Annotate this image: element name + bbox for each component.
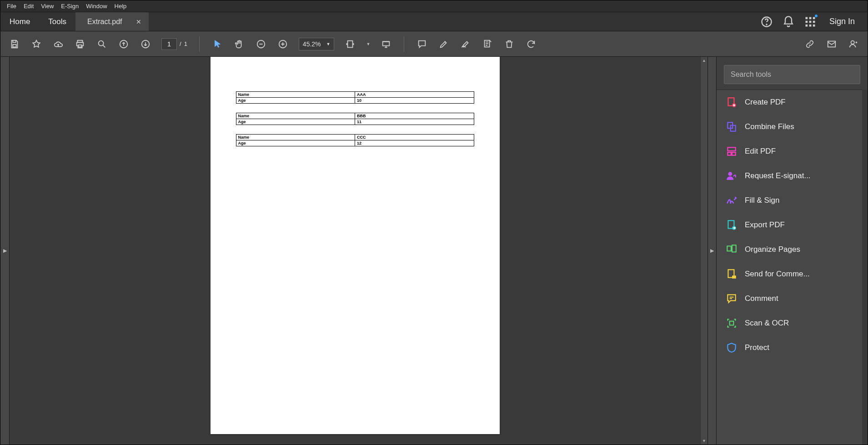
rotate-icon[interactable] [525, 38, 537, 50]
apps-grid-icon[interactable] [804, 15, 817, 28]
tool-label: Send for Comme... [745, 270, 810, 279]
scroll-down-icon[interactable]: ▼ [701, 437, 707, 445]
svg-point-31 [728, 172, 732, 176]
help-icon[interactable] [760, 15, 773, 28]
delete-icon[interactable] [503, 38, 515, 50]
print-icon[interactable] [74, 38, 86, 50]
scroll-up-icon[interactable]: ▲ [701, 57, 707, 64]
cell: Age [236, 140, 355, 146]
sign-icon[interactable] [460, 38, 472, 50]
cell: 11 [355, 119, 474, 125]
svg-rect-28 [728, 147, 735, 151]
tool-edit-pdf[interactable]: Edit PDF [717, 139, 862, 164]
notifications-icon[interactable] [782, 15, 795, 28]
zoom-level-dropdown[interactable]: 45.2% ▼ [299, 38, 335, 50]
svg-rect-29 [728, 152, 731, 155]
tab-document[interactable]: Extract.pdf ✕ [75, 12, 148, 31]
read-mode-icon[interactable] [380, 38, 392, 50]
tab-tools[interactable]: Tools [39, 12, 75, 31]
sign-in-button[interactable]: Sign In [826, 17, 858, 26]
share-people-icon[interactable] [848, 38, 859, 50]
menu-view[interactable]: View [37, 1, 57, 11]
tools-scrollbar[interactable] [862, 90, 868, 445]
cell: Name [236, 135, 355, 140]
tool-label: Fill & Sign [745, 196, 780, 205]
cell: AAA [355, 92, 474, 98]
tool-label: Protect [745, 343, 769, 352]
tool-fill-sign[interactable]: Fill & Sign [717, 188, 862, 213]
svg-rect-38 [730, 321, 734, 325]
comment-icon[interactable] [416, 38, 428, 50]
organize-pages-icon [726, 244, 738, 255]
pdf-table-1: NameAAA Age10 [236, 91, 474, 104]
tool-request-esign[interactable]: Request E-signat... [717, 164, 862, 188]
page-number-input[interactable] [161, 38, 177, 50]
scan-ocr-icon [726, 317, 738, 329]
tool-export-pdf[interactable]: Export PDF [717, 213, 862, 237]
tools-list: Create PDF Combine Files Edit PDF Reques… [717, 90, 862, 445]
export-pdf-icon [726, 219, 738, 231]
tool-label: Create PDF [745, 98, 786, 107]
svg-rect-10 [813, 24, 815, 26]
chevron-down-icon[interactable]: ▼ [366, 42, 370, 46]
star-icon[interactable] [30, 38, 42, 50]
zoom-value: 45.2% [303, 40, 321, 48]
svg-rect-13 [78, 45, 81, 47]
tool-label: Export PDF [745, 220, 785, 230]
menu-file[interactable]: File [3, 1, 20, 11]
page-down-icon[interactable] [140, 38, 151, 50]
save-icon[interactable] [9, 38, 20, 50]
pdf-table-2: NameBBB Age11 [236, 113, 474, 125]
svg-point-14 [99, 40, 104, 45]
cell: Age [236, 98, 355, 104]
tab-bar: Home Tools Extract.pdf ✕ Sign In [0, 12, 868, 31]
zoom-in-icon[interactable] [277, 38, 289, 50]
tool-comment[interactable]: Comment [717, 286, 862, 311]
tools-panel: Create PDF Combine Files Edit PDF Reques… [717, 57, 868, 445]
menu-esign[interactable]: E-Sign [57, 1, 82, 11]
menu-edit[interactable]: Edit [20, 1, 37, 11]
cell: CCC [355, 135, 474, 140]
document-viewport[interactable]: NameAAA Age10 NameBBB Age11 NameCCC Age1… [10, 57, 700, 445]
cloud-upload-icon[interactable] [52, 38, 64, 50]
crop-icon[interactable] [482, 38, 493, 50]
page-up-icon[interactable] [118, 38, 130, 50]
vertical-scrollbar[interactable]: ▲ ▼ [700, 57, 707, 445]
menu-window[interactable]: Window [82, 1, 110, 11]
comment-tool-icon [726, 293, 738, 305]
menu-bar: File Edit View E-Sign Window Help [0, 0, 868, 12]
close-tab-icon[interactable]: ✕ [136, 18, 141, 25]
email-icon[interactable] [826, 38, 838, 50]
find-icon[interactable] [96, 38, 108, 50]
right-panel-toggle[interactable]: ▶ [707, 57, 717, 445]
search-tools-input[interactable] [724, 65, 860, 84]
tool-combine-files[interactable]: Combine Files [717, 115, 862, 139]
selection-tool-icon[interactable] [211, 38, 223, 50]
tab-home[interactable]: Home [0, 12, 39, 31]
tab-document-label: Extract.pdf [87, 18, 122, 26]
page-separator: / [180, 40, 181, 47]
highlight-icon[interactable] [438, 38, 450, 50]
hand-tool-icon[interactable] [233, 38, 245, 50]
cell: 10 [355, 98, 474, 104]
svg-rect-11 [13, 44, 16, 47]
svg-rect-9 [809, 24, 812, 26]
zoom-out-icon[interactable] [255, 38, 267, 50]
cell: BBB [355, 113, 474, 119]
share-link-icon[interactable] [804, 38, 816, 50]
fit-width-icon[interactable] [344, 38, 356, 50]
tool-create-pdf[interactable]: Create PDF [717, 90, 862, 115]
tool-protect[interactable]: Protect [717, 335, 862, 360]
edit-pdf-icon [726, 145, 738, 157]
left-panel-toggle[interactable]: ▶ [0, 57, 10, 445]
tool-scan-ocr[interactable]: Scan & OCR [717, 311, 862, 335]
menu-help[interactable]: Help [111, 1, 130, 11]
tool-label: Organize Pages [745, 245, 800, 254]
svg-rect-2 [805, 17, 808, 19]
page-total: 1 [184, 40, 187, 47]
tool-send-comments[interactable]: Send for Comme... [717, 262, 862, 286]
tool-label: Edit PDF [745, 147, 776, 156]
tool-organize-pages[interactable]: Organize Pages [717, 237, 862, 262]
svg-rect-5 [805, 20, 808, 23]
svg-rect-37 [732, 275, 736, 279]
